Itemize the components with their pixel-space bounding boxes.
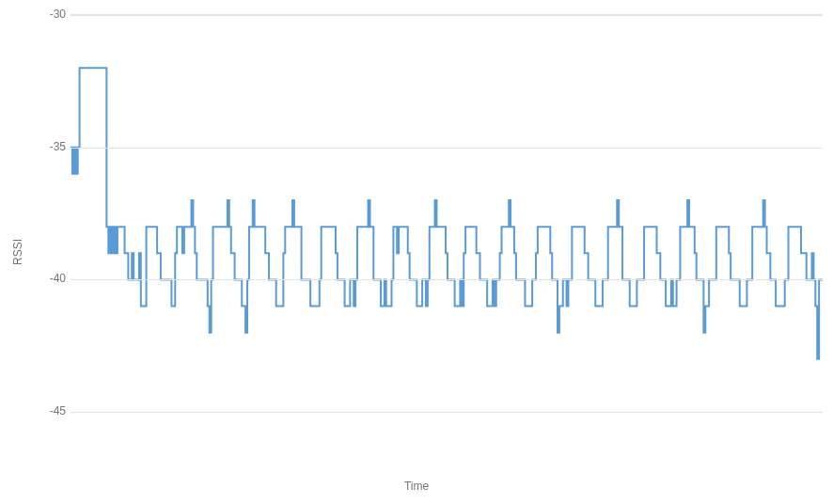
y-axis-label: RSSI (11, 239, 24, 265)
rssi-time-chart: RSSI Time -30-35-40-45 (0, 0, 833, 504)
chart-svg (71, 15, 823, 457)
y-tick-label: -35 (9, 140, 66, 153)
gridline (71, 412, 823, 413)
gridline (71, 148, 823, 149)
gridline (71, 279, 823, 280)
plot-area (71, 14, 823, 457)
y-tick-label: -30 (9, 8, 66, 21)
y-tick-label: -40 (9, 272, 66, 285)
series-line (71, 68, 823, 359)
gridline (71, 15, 823, 16)
x-axis-label: Time (0, 480, 833, 493)
y-tick-label: -45 (9, 404, 66, 417)
